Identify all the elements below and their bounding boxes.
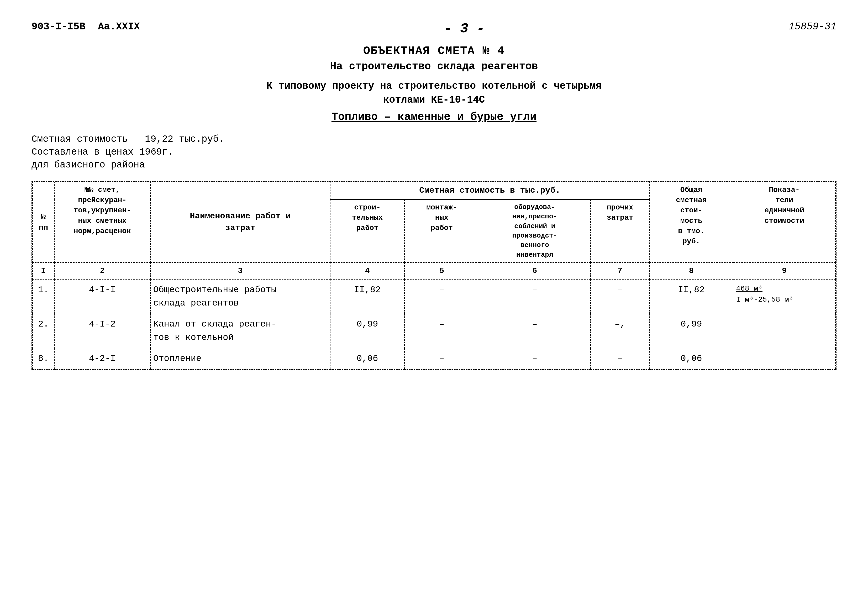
row1-mount: – <box>404 279 479 314</box>
row2-ref: 4-I-2 <box>54 314 151 348</box>
title-project-line2: котлами КЕ-10-14С <box>31 94 837 106</box>
row1-build: II,82 <box>330 279 404 314</box>
doc-sheet: Аа.XXIX <box>98 21 140 32</box>
row3-build: 0,06 <box>330 348 404 369</box>
row1-equip: – <box>479 279 590 314</box>
title-section: ОБЪЕКТНАЯ СМЕТА № 4 На строительство скл… <box>31 44 837 123</box>
row2-indicator <box>733 314 836 348</box>
row1-total: II,82 <box>650 279 733 314</box>
row2-other: –, <box>590 314 650 348</box>
row2-build: 0,99 <box>330 314 404 348</box>
header-left-codes: 903-I-I5B Аа.XXIX <box>31 21 140 32</box>
meta-region-line: для базисного района <box>31 159 837 170</box>
row2-name: Канал от склада реаген-тов к котельной <box>151 314 330 348</box>
col-header-indicator: Показа-телиединичнойстоимости <box>733 182 836 263</box>
colnum-3: 3 <box>151 263 330 279</box>
row1-ref: 4-I-I <box>54 279 151 314</box>
col-header-total: Общаясметнаястои-мостьв тмо.руб. <box>650 182 733 263</box>
colnum-2: 2 <box>54 263 151 279</box>
meta-section: Сметная стоимость 19,22 тыс.руб. Составл… <box>31 134 837 170</box>
meta-cost-line: Сметная стоимость 19,22 тыс.руб. <box>31 134 837 145</box>
page-header: 903-I-I5B Аа.XXIX - 3 - 15859-31 <box>31 21 837 37</box>
table-row: 2. 4-I-2 Канал от склада реаген-тов к ко… <box>32 314 836 348</box>
row2-num: 2. <box>32 314 54 348</box>
row1-indicator: 468 м³ I м³-25,58 м³ <box>733 279 836 314</box>
title-fuel: Топливо – каменные и бурые угли <box>31 111 837 123</box>
col-header-mount: монтаж-ныхработ <box>404 199 479 263</box>
page-number: - 3 - <box>140 21 789 37</box>
title-project-line1: К типовому проекту на строительство коте… <box>31 80 837 92</box>
cost-value: 19,22 тыс.руб. <box>145 134 224 145</box>
col-header-equip: оборудова-ния,приспо-соблений ипроизводс… <box>479 199 590 263</box>
doc-code: 903-I-I5B <box>31 21 85 32</box>
row1-other: – <box>590 279 650 314</box>
col-header-name: Наименование работ изатрат <box>151 182 330 263</box>
colnum-9: 9 <box>733 263 836 279</box>
row2-equip: – <box>479 314 590 348</box>
row3-mount: – <box>404 348 479 369</box>
row3-equip: – <box>479 348 590 369</box>
row3-indicator <box>733 348 836 369</box>
colnum-5: 5 <box>404 263 479 279</box>
colnum-4: 4 <box>330 263 404 279</box>
table-colnum-row: I 2 3 4 5 6 7 8 9 <box>32 263 836 279</box>
row3-name: Отопление <box>151 348 330 369</box>
row3-ref: 4-2-I <box>54 348 151 369</box>
col-header-ref: №№ смет,прейскуран-тов,укрупнен-ных смет… <box>54 182 151 263</box>
main-table-container: №пп №№ смет,прейскуран-тов,укрупнен-ных … <box>31 181 837 370</box>
row3-other: – <box>590 348 650 369</box>
row2-total: 0,99 <box>650 314 733 348</box>
title-main: ОБЪЕКТНАЯ СМЕТА № 4 <box>31 44 837 58</box>
col-header-build: строи-тельныхработ <box>330 199 404 263</box>
row3-total: 0,06 <box>650 348 733 369</box>
col-header-other: прочихзатрат <box>590 199 650 263</box>
table-header-row: №пп №№ смет,прейскуран-тов,укрупнен-ных … <box>32 182 836 199</box>
colnum-8: 8 <box>650 263 733 279</box>
row2-mount: – <box>404 314 479 348</box>
row3-num: 8. <box>32 348 54 369</box>
cost-label: Сметная стоимость <box>31 134 128 145</box>
row1-name: Общестроительные работысклада реагентов <box>151 279 330 314</box>
colnum-1: I <box>32 263 54 279</box>
col-header-num: №пп <box>32 182 54 263</box>
title-subtitle: На строительство склада реагентов <box>31 61 837 72</box>
colnum-6: 6 <box>479 263 590 279</box>
meta-price-line: Составлена в ценах 1969г. <box>31 147 837 158</box>
doc-number: 15859-31 <box>789 21 837 32</box>
colnum-7: 7 <box>590 263 650 279</box>
table-row: 1. 4-I-I Общестроительные работысклада р… <box>32 279 836 314</box>
row1-num: 1. <box>32 279 54 314</box>
main-table: №пп №№ смет,прейскуран-тов,укрупнен-ных … <box>32 182 836 370</box>
table-row: 8. 4-2-I Отопление 0,06 – – – 0,06 <box>32 348 836 369</box>
col-header-smeta-cost: Сметная стоимость в тыс.руб. <box>330 182 650 199</box>
